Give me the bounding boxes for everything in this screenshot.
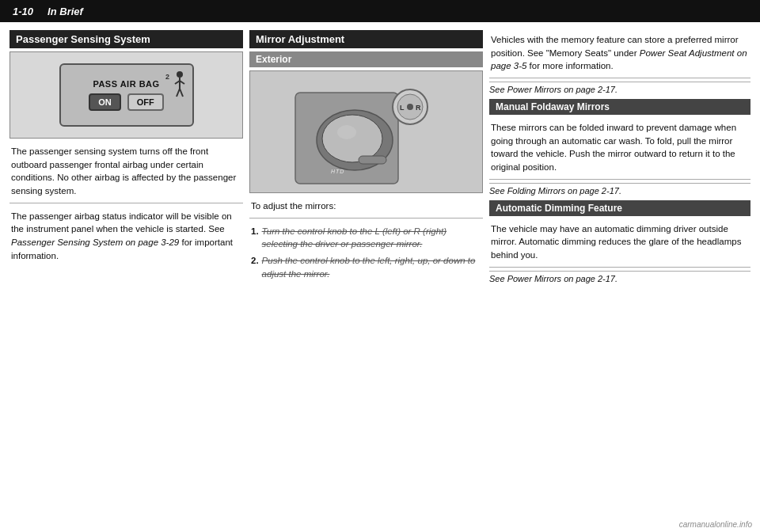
exterior-subheader: Exterior: [249, 51, 483, 67]
right-column: Vehicles with the memory feature can sto…: [489, 30, 750, 524]
svg-text:HTD: HTD: [331, 169, 344, 174]
foldaway-text: These mirrors can be folded inward to pr…: [491, 121, 749, 174]
airbag-buttons: ON OFF: [89, 93, 164, 111]
dimming-text-block: The vehicle may have an automatic dimmin…: [489, 219, 750, 268]
svg-point-16: [407, 104, 413, 110]
left-column: Passenger Sensing System PASS AIR BAG ON…: [10, 30, 243, 524]
mirror-svg: L R HTD: [287, 77, 446, 188]
adjust-intro-block: To adjust the mirrors:: [249, 196, 483, 218]
airbag-text2: The passenger airbag status indicator wi…: [10, 207, 243, 268]
btn-on: ON: [89, 93, 121, 111]
dimming-title: Automatic Dimming Feature: [496, 203, 622, 214]
mid-column: Mirror Adjustment Exterior: [249, 30, 483, 524]
foldaway-header: Manual Foldaway Mirrors: [489, 99, 750, 115]
watermark: carmanualonline.info: [679, 520, 752, 529]
page-header: 1-10 In Brief: [13, 6, 83, 17]
left-section-header: Passenger Sensing System: [10, 30, 243, 48]
left-title: Passenger Sensing System: [16, 33, 150, 45]
ref1-italic: Power Mirrors on page 2-17: [507, 85, 615, 94]
ref2-start: See: [489, 186, 507, 196]
airbag-text2-start: The passenger airbag status indicator wi…: [11, 211, 232, 234]
ref1-end: .: [615, 85, 618, 94]
svg-text:2: 2: [165, 73, 169, 81]
memory-end: for more information.: [526, 61, 613, 70]
mid-title: Mirror Adjustment: [256, 33, 344, 45]
adjust-intro: To adjust the mirrors:: [251, 200, 481, 213]
watermark-text: carmanualonline.info: [679, 520, 752, 529]
memory-text: Vehicles with the memory feature can sto…: [491, 33, 749, 73]
airbag-ref-italic: Passenger Sensing System on page 3-29: [11, 238, 179, 247]
airbag-label: PASS AIR BAG: [93, 79, 159, 89]
ref1-block: See Power Mirrors on page 2-17.: [489, 82, 750, 94]
ref3-start: See: [489, 274, 507, 283]
memory-text-block: Vehicles with the memory feature can sto…: [489, 30, 750, 78]
foldaway-title: Manual Foldaway Mirrors: [496, 101, 610, 112]
svg-point-10: [337, 125, 356, 139]
ref2-italic: Folding Mirrors on page 2-17: [507, 186, 619, 196]
step-2: 2. Push the control knob to the left, ri…: [251, 254, 481, 280]
mid-section-header: Mirror Adjustment: [249, 30, 483, 48]
mirror-steps: 1. Turn the control knob to the L (left)…: [249, 222, 483, 287]
top-bar: 1-10 In Brief: [0, 0, 760, 22]
dimming-text: The vehicle may have an automatic dimmin…: [491, 222, 749, 262]
svg-text:R: R: [416, 104, 421, 112]
ref2-block: See Folding Mirrors on page 2-17.: [489, 183, 750, 196]
airbag-description2: The passenger airbag status indicator wi…: [11, 210, 241, 263]
svg-point-9: [322, 115, 382, 162]
dimming-header: Automatic Dimming Feature: [489, 200, 750, 216]
airbag-text1: The passenger sensing system turns off t…: [10, 142, 243, 203]
svg-text:L: L: [400, 104, 405, 112]
airbag-description1: The passenger sensing system turns off t…: [11, 145, 241, 198]
airbag-person-icon: 2: [164, 70, 186, 104]
foldaway-text-block: These mirrors can be folded inward to pr…: [489, 118, 750, 180]
svg-line-5: [180, 89, 183, 97]
page-number: 1-10: [13, 6, 33, 17]
step-2-num: 2.: [251, 254, 259, 280]
main-content: Passenger Sensing System PASS AIR BAG ON…: [0, 22, 760, 532]
svg-point-0: [177, 71, 183, 78]
ref3-italic: Power Mirrors on page 2-17: [507, 274, 615, 283]
svg-line-4: [177, 89, 180, 97]
step-2-text: Push the control knob to the left, right…: [262, 254, 481, 280]
step-1-text: Turn the control knob to the L (left) or…: [262, 225, 481, 251]
btn-off: OFF: [127, 93, 164, 111]
step-1-num: 1.: [251, 225, 259, 251]
step-1: 1. Turn the control knob to the L (left)…: [251, 225, 481, 251]
svg-rect-11: [359, 156, 386, 164]
airbag-box: PASS AIR BAG ON OFF 2: [59, 63, 194, 127]
ref3-end: .: [615, 274, 618, 283]
mirror-illustration: L R HTD: [287, 77, 446, 188]
airbag-image: PASS AIR BAG ON OFF 2: [10, 51, 243, 139]
ref1-start: See: [489, 85, 507, 94]
section-title: In Brief: [48, 6, 83, 17]
ref2-end: .: [619, 186, 621, 196]
ref3-block: See Power Mirrors on page 2-17.: [489, 271, 750, 283]
exterior-label: Exterior: [256, 54, 291, 65]
mirror-image: L R HTD: [249, 70, 483, 193]
